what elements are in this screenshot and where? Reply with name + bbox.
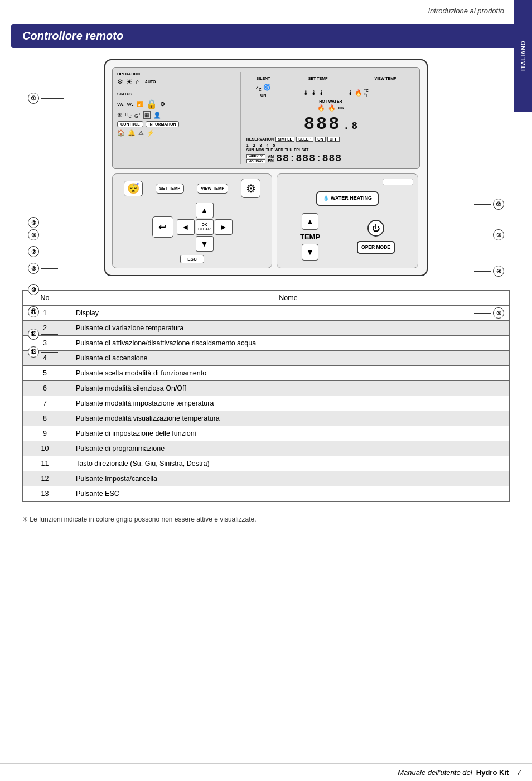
wifi2-icon: W₂: [127, 102, 134, 107]
off-btn[interactable]: OFF: [327, 137, 340, 142]
home-icon: ⌂: [136, 78, 140, 86]
temp-icon2: 🌡: [311, 89, 317, 96]
lock-icon: 🔒: [146, 99, 157, 109]
control-button[interactable]: CONTROL: [117, 121, 143, 127]
annotation-7: ⑦: [28, 246, 64, 257]
sleep-btn[interactable]: SLEEP: [296, 137, 313, 142]
oper-mode-button[interactable]: OPER MODE: [357, 241, 395, 254]
am-label: AM: [268, 155, 274, 158]
col-nome-header: Nome: [67, 291, 510, 306]
on-btn[interactable]: ON: [315, 137, 326, 142]
signal-icon: 📶: [137, 101, 143, 107]
silent-on-label: ON: [260, 93, 267, 97]
view-icon1: 🌡: [347, 89, 354, 97]
annotation-3: ③: [474, 229, 504, 240]
temp-icon1: 🌡: [303, 89, 309, 96]
day-sat: SAT: [302, 148, 309, 152]
annotation-8: ⑧: [28, 229, 64, 240]
simple-btn[interactable]: SIMPLE: [275, 137, 294, 142]
annotation-11: ⑪: [28, 306, 64, 317]
table-row: 3Pulsante di attivazione/disattivazione …: [23, 336, 510, 351]
auto-label: AUTO: [145, 80, 156, 84]
view-temp-label: VIEW TEMP: [374, 76, 396, 80]
warning-icon: ⚠: [138, 129, 144, 137]
row-no: 12: [23, 471, 67, 486]
day-num-3: 3: [260, 143, 262, 147]
nav-up-button[interactable]: ▲: [196, 203, 214, 218]
table-row: 8Pulsante modalità visualizzazione tempe…: [23, 411, 510, 426]
gear-button[interactable]: ⚙: [241, 179, 260, 198]
table-row: 7Pulsante modalità impostazione temperat…: [23, 396, 510, 411]
bottom-bar: Manuale dell'utente del Hydro Kit 7: [0, 763, 532, 781]
hplus-icon: G+: [134, 112, 141, 119]
power-button[interactable]: ⏻: [367, 220, 384, 237]
hc-icon: HC: [125, 112, 132, 119]
sun-icon: ☀: [126, 78, 133, 86]
row-nome: Pulsante scelta modalità di funzionament…: [67, 366, 510, 381]
table-row: 11Tasto direzionale (Su, Giù, Sinistra, …: [23, 456, 510, 471]
celsius-label: °C: [364, 89, 369, 93]
nav-down-button[interactable]: ▼: [196, 236, 214, 252]
program-button[interactable]: ↩: [152, 216, 173, 238]
section-title-bar: Controllore remoto: [11, 24, 521, 48]
esc-button[interactable]: ESC: [180, 255, 204, 263]
holiday-btn[interactable]: HOLIDAY: [246, 159, 265, 163]
nav-right-button[interactable]: ►: [215, 219, 233, 235]
hw-icon1: 🔥: [317, 104, 325, 112]
day-thu: THU: [285, 148, 292, 152]
table-row: 5Pulsante scelta modalità di funzionamen…: [23, 366, 510, 381]
day-sun: SUN: [246, 148, 254, 152]
row-nome: Pulsante modalità visualizzazione temper…: [67, 411, 510, 426]
row-no: 7: [23, 396, 67, 411]
row-nome: Pulsante modalità silenziosa On/Off: [67, 381, 510, 396]
power-icon: ⏻: [372, 224, 380, 233]
row-nome: Pulsante di attivazione/disattivazione r…: [67, 336, 510, 351]
fan-silent-icon: 🌀: [263, 84, 271, 92]
status-label: STATUS: [117, 92, 132, 96]
controls-section: 😴 SET TEMP VIEW TEMP ⚙ ↩: [112, 173, 420, 268]
section-title: Controllore remoto: [22, 30, 123, 42]
temp-down-button[interactable]: ▼: [302, 244, 318, 261]
table-row: 10Pulsante di programmazione: [23, 441, 510, 456]
note-text: ✳ Le funzioni indicate in colore grigio …: [22, 515, 257, 523]
water-heating-button[interactable]: 💧 WATER HEATING: [316, 191, 379, 206]
nav-left-button[interactable]: ◄: [177, 219, 195, 235]
annotation-9: ⑨: [28, 217, 64, 228]
footer-bold: Hydro Kit: [476, 768, 509, 777]
set-temp-button[interactable]: SET TEMP: [156, 184, 185, 194]
row-nome: Pulsante di programmazione: [67, 441, 510, 456]
left-controls: 😴 SET TEMP VIEW TEMP ⚙ ↩: [112, 173, 272, 268]
sleep-z-icon: zz: [255, 84, 261, 92]
temp-up-button[interactable]: ▲: [302, 213, 318, 230]
heat1-icon: ✳: [117, 112, 122, 119]
diagram-container: ① ⑨ ⑧ ⑦ ⑥ ⑩ ⑪: [11, 59, 521, 276]
day-mon: MON: [256, 148, 264, 152]
footer-italic: Manuale dell'utente del: [398, 768, 472, 777]
home2-icon: 🏠: [117, 129, 125, 137]
row-no: 13: [23, 486, 67, 502]
hw-on-label: ON: [338, 106, 345, 110]
information-button[interactable]: INFORMATION: [146, 121, 180, 127]
weekly-btn[interactable]: WEEKLY: [246, 154, 265, 158]
day-num-4: 4: [267, 143, 269, 147]
row-nome: Pulsante modalità impostazione temperatu…: [67, 396, 510, 411]
footer-note: ✳ Le funzioni indicate in colore grigio …: [11, 513, 521, 529]
day-wed: WED: [275, 148, 283, 152]
table-row: 13Pulsante ESC: [23, 486, 510, 502]
bell-icon: 🔔: [128, 129, 136, 137]
view-temp-button[interactable]: VIEW TEMP: [197, 184, 228, 194]
hw-icon2: 🔥: [328, 104, 336, 112]
sleep-icon-btn[interactable]: 😴: [124, 181, 143, 196]
reservation-label: RESERVATION: [246, 137, 274, 141]
annotation-13: ⑬: [28, 346, 64, 358]
water-drop-icon: 💧: [323, 195, 329, 202]
header-italic: Introduzione al prodotto: [428, 7, 504, 15]
day-fri: FRI: [294, 148, 299, 152]
row-no: 11: [23, 456, 67, 471]
main-segment-display: 888: [304, 114, 341, 134]
hot-water-label: HOT WATER: [319, 99, 342, 103]
row-no: 8: [23, 411, 67, 426]
segment-decimal-digit: 8: [351, 120, 357, 132]
ok-clear-button[interactable]: OKCLEAR: [196, 219, 214, 235]
annotation-1: ①: [28, 93, 64, 104]
